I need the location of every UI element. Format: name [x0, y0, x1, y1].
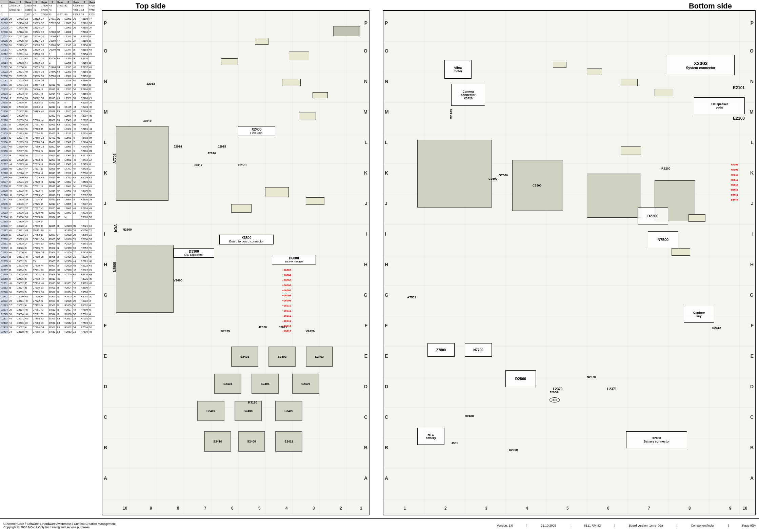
col-9-top: 9 — [150, 506, 152, 511]
table-row: C2401N4C3501H5C7808E3J7551B3R2061C4R7502… — [0, 317, 95, 321]
table-row: C2237J7C2831G9C7520I3J2812H7L7800F2R2508… — [0, 180, 95, 184]
col-3-bot: 3 — [485, 506, 487, 511]
s2400-label: S2400 — [247, 440, 256, 443]
footer-line2: Copyright © 2005 NOKIA Only for training… — [3, 526, 497, 529]
row-label-p-bot: P — [385, 20, 388, 26]
table-row: C2293H6C3500I4C7706G4J6004I2N2406C7R2853… — [0, 251, 95, 255]
m2103-label: M2·103 — [450, 109, 453, 119]
red-plus-j6010: +J6010 — [282, 304, 291, 307]
table-row: C2010P8C2429K7C3528G5D3300G6L2106H8R2150… — [0, 43, 95, 48]
s2403-label: S2403 — [315, 355, 324, 358]
red-plus-j6004: +J6004 — [282, 274, 291, 277]
table-row: C2292H6C3326I9D7705F3J6002J2N2370C6R2852… — [0, 246, 95, 251]
j2013-label: J2013 — [146, 82, 155, 85]
ic-top-2 — [255, 38, 268, 45]
small-comp-bot-5 — [621, 146, 641, 155]
n2500-ic — [116, 245, 174, 313]
table-row: C2241H9C3305G8C7524J4J2817E6L7804I3R2806… — [0, 198, 95, 202]
row-label-n-bot: N — [385, 79, 388, 84]
table-row: C2154J9C2814H5C7506G5J2402N3L3501I6R2402… — [0, 136, 95, 140]
ic-top-9 — [306, 197, 324, 205]
a7702-ic — [116, 126, 168, 201]
table-row: C2294J6C3501H5C7708E5J6005I2N2406G9R2920… — [0, 255, 95, 259]
row-label-k-top-r: K — [364, 170, 367, 176]
row-label-h-top: H — [104, 262, 107, 267]
table-row: C2151K9C2812F6C7503J5J2400I3L3322H9R2401… — [0, 127, 95, 132]
col-2-bot: 2 — [444, 506, 447, 511]
red-comp-bot-5: R7512 — [731, 184, 738, 186]
table-row: C2282K7C3307G7C7527K2J2820H8L7807H8R2808… — [0, 206, 95, 211]
table-row: C2403G9C3517I6C7804G4J7551B3R2062D4R7504… — [0, 326, 95, 330]
irda-label: IrDA — [114, 224, 118, 232]
row-label-f-bot-r: F — [751, 323, 754, 328]
footer: Customer Care / Software & Hardware Awar… — [0, 518, 759, 532]
footer-right: Version: 1.0 | 21.10.2005 | 6111 RM-82 |… — [497, 524, 756, 527]
table-row: C2371D7C3510H5C7720F4J7502I5R2005O6R3501… — [0, 295, 95, 299]
small-comp-bot-2 — [587, 68, 602, 75]
table-row: C2291J6C3325L4D7704E3J6001H2R2106J7R2851… — [0, 242, 95, 246]
pcb-bottom-diagram: P O N M L K J I H G F E D C B A P O N M … — [383, 10, 756, 515]
table-row: C2006O4C2426K8C3525G6D2200G6L2004R2104I7… — [0, 30, 95, 35]
red-plus-j6013: +J6013 — [282, 319, 291, 322]
footer-version: Version: 1.0 — [497, 524, 513, 527]
red-comp-bot-3: R7510 — [731, 174, 738, 176]
row-label-d-top-r: D — [364, 384, 367, 389]
table-row: C2286K7C3320L3C7530J4J2835I4M2103M2R2821… — [0, 224, 95, 229]
d2800-box: D2800 — [505, 370, 536, 387]
capture-key-label: Capturekey — [693, 311, 705, 318]
table-row: C2239H8C2922F6C7522I4J2814H7L7802H3R2800… — [0, 189, 95, 193]
s2406-component: S2406 — [292, 374, 319, 394]
x2400-label: X2400 — [240, 127, 273, 131]
footer-left: Customer Care / Software & Hardware Awar… — [3, 522, 497, 529]
d2200-box: D2200 — [638, 208, 668, 224]
footer-componentfinder: Componentfinder — [691, 524, 714, 527]
col-1-bot: 1 — [404, 506, 406, 511]
table-row: C2372D6C3511H6C7722I5J7503I5R2006O6R6002… — [0, 299, 95, 303]
row-label-g-bot: G — [385, 292, 388, 298]
col-10-top: 10 — [123, 506, 127, 511]
row-label-a-bot: A — [385, 475, 388, 481]
ic-top-1 — [289, 52, 309, 60]
x2000-label: X2000 Battery connector — [643, 436, 670, 443]
x2400-box: X2400 Flex-Con. — [238, 126, 275, 136]
row-label-i-top: I — [104, 231, 105, 237]
s2401-component: S2401 — [231, 347, 258, 367]
table-row: C2402N4C3516E3C7803E3J7551B3R2062D4R7503… — [0, 321, 95, 326]
row-label-m-top-r: M — [363, 109, 367, 115]
small-comp-bot-6 — [688, 214, 705, 222]
s2406-label: S2406 — [301, 382, 310, 386]
red-plus-j6009: +J6009 — [282, 299, 291, 302]
row-label-p-top-r: P — [364, 20, 367, 26]
d2200-label: D2200 — [647, 214, 658, 218]
row-label-i-top-r: I — [366, 231, 367, 237]
table-row: C2374D8C3514H6C7801F3J7512I3R2007P8R7500… — [0, 308, 95, 312]
j2017-label: J2017 — [194, 163, 202, 167]
table-row: C2101O8C2801G6C3537G4J2012N8L2354H6R2162… — [0, 83, 95, 87]
large-ic-bot-3 — [587, 174, 641, 218]
row-label-i-bot-r: I — [752, 231, 754, 237]
d6000-label: D6000 — [274, 256, 314, 260]
rtc-battery-label: RTCbattery — [426, 433, 436, 440]
row-label-f-bot: F — [385, 323, 388, 328]
red-plus-j6012: +J6012 — [282, 314, 291, 317]
table-row: C2080B9C2602I9C3535G5G7501K3L2352K6R2159… — [0, 74, 95, 79]
row-label-p-bot-r: P — [751, 20, 754, 26]
j2014-label: J2014 — [174, 145, 182, 148]
footer-separator3: | — [614, 524, 615, 527]
row-label-a-top-r: A — [364, 475, 367, 481]
n2370-label-bot: N2370 — [587, 375, 596, 379]
ic-top-7 — [265, 187, 289, 197]
j2020-label: J2020 — [258, 326, 267, 329]
col-6-top: 6 — [231, 506, 234, 511]
table-row: C2108I7C2807F8C6185H4J2018P3L2020H6R2206… — [0, 110, 95, 114]
red-comp-bot-6: R7513 — [731, 189, 738, 191]
s2402-label: S2402 — [278, 355, 286, 358]
s2402-component: S2402 — [268, 347, 296, 367]
a7502-label-bot: A7502 — [407, 296, 416, 299]
row-label-m-bot: M — [385, 109, 389, 115]
table-row: C2002C7C2416G8C3523G7C7812D2L2003D6R2101… — [0, 21, 95, 26]
n7700-box: N7700 — [465, 343, 492, 357]
table-row: C2285I9C3309G7C7530J4 — [0, 220, 95, 224]
row-label-j-top: J — [104, 201, 106, 206]
row-label-a-top: A — [104, 475, 107, 481]
